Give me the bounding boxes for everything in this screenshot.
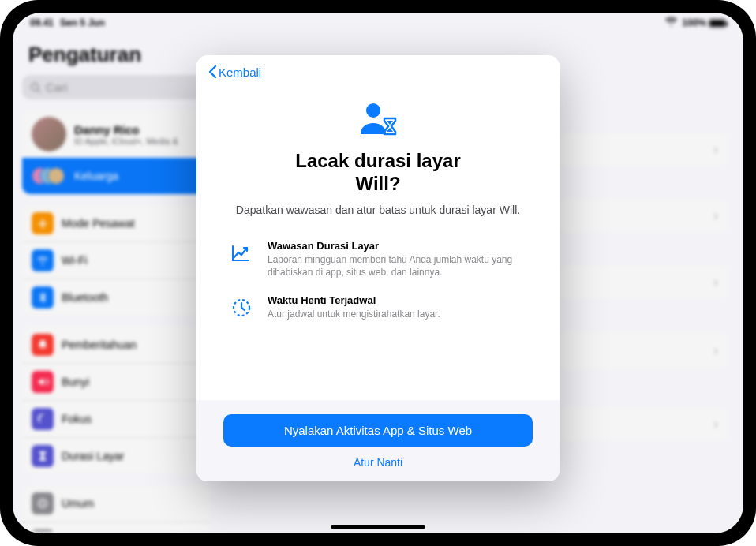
screen: 09.41 Sen 5 Jun 100% Pengaturan Cari	[13, 13, 743, 533]
modal-title: Lacak durasi layar Will?	[223, 150, 533, 196]
modal-backdrop: Kembali Lacak durasi laya	[13, 13, 743, 533]
screentime-setup-modal: Kembali Lacak durasi laya	[196, 55, 560, 481]
clock-dashed-icon	[228, 294, 255, 320]
modal-footer: Nyalakan Aktivitas App & Situs Web Atur …	[196, 400, 560, 481]
feature-list: Wawasan Durasi Layar Laporan mingguan me…	[223, 240, 533, 337]
feature-title: Waktu Henti Terjadwal	[268, 294, 440, 306]
feature-desc: Laporan mingguan memberi tahu Anda jumla…	[268, 253, 528, 279]
feature-downtime: Waktu Henti Terjadwal Atur jadwal untuk …	[223, 294, 533, 320]
setup-later-link[interactable]: Atur Nanti	[223, 456, 533, 469]
feature-title: Wawasan Durasi Layar	[268, 240, 528, 252]
screentime-hero-icon	[356, 101, 400, 137]
enable-activity-button[interactable]: Nyalakan Aktivitas App & Situs Web	[223, 414, 533, 447]
chevron-left-icon	[208, 65, 217, 79]
modal-subtitle: Dapatkan wawasan dan atur batas untuk du…	[223, 204, 533, 216]
feature-desc: Atur jadwal untuk mengistirahatkan layar…	[268, 308, 440, 320]
svg-point-7	[366, 103, 380, 118]
back-label: Kembali	[219, 65, 261, 79]
feature-insights: Wawasan Durasi Layar Laporan mingguan me…	[223, 240, 533, 279]
back-button[interactable]: Kembali	[208, 65, 548, 79]
chart-up-icon	[228, 240, 255, 279]
home-indicator[interactable]	[331, 525, 425, 529]
ipad-frame: 09.41 Sen 5 Jun 100% Pengaturan Cari	[0, 0, 756, 546]
